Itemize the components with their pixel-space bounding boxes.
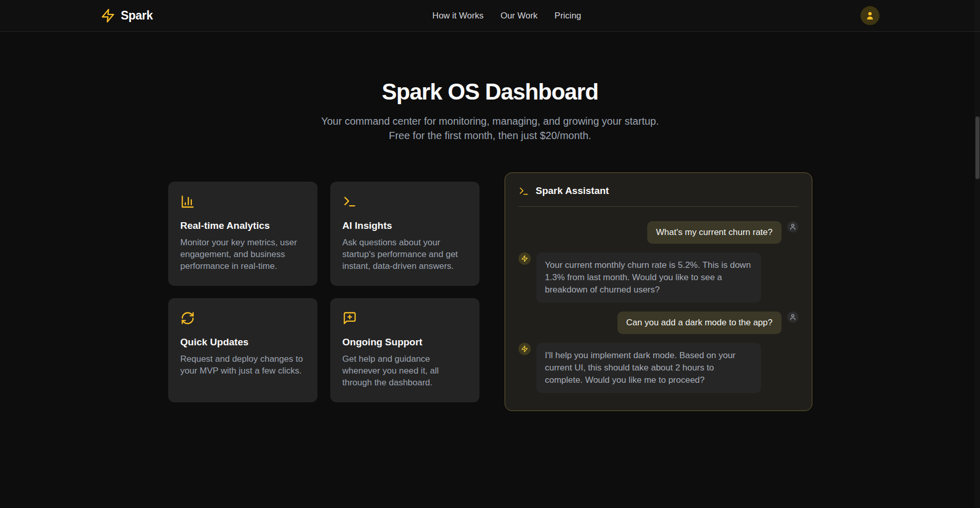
zap-icon — [521, 345, 528, 353]
brand-logo[interactable]: Spark — [101, 8, 153, 23]
chat-message-user: Can you add a dark mode to the app? — [518, 311, 798, 334]
nav-links: How it Works Our Work Pricing — [432, 11, 581, 21]
account-avatar-button[interactable] — [861, 6, 879, 25]
feature-description: Request and deploy changes to your MVP w… — [181, 353, 305, 377]
feature-description: Monitor your key metrics, user engagemen… — [181, 237, 305, 272]
feature-description: Get help and guidance whenever you need … — [343, 353, 467, 388]
nav-link-how-it-works[interactable]: How it Works — [432, 11, 484, 21]
user-icon — [789, 223, 796, 230]
feature-card-realtime-analytics: Real-time Analytics Monitor your key met… — [168, 182, 317, 286]
zap-icon — [101, 8, 115, 23]
nav-container: Spark How it Works Our Work Pricing — [90, 0, 890, 31]
assistant-title: Spark Assistant — [536, 185, 609, 197]
assistant-avatar — [518, 343, 531, 355]
refresh-icon — [181, 311, 305, 325]
message-square-plus-icon — [343, 311, 467, 325]
chat-message-user: What's my current churn rate? — [518, 221, 798, 244]
chat-message-assistant: Your current monthly churn rate is 5.2%.… — [518, 252, 798, 303]
bar-chart-icon — [181, 194, 305, 209]
feature-title: AI Insights — [343, 220, 467, 231]
assistant-message-bubble: I'll help you implement dark mode. Based… — [536, 343, 761, 393]
terminal-icon — [518, 186, 529, 197]
nav-link-pricing[interactable]: Pricing — [554, 11, 581, 21]
feature-card-ongoing-support: Ongoing Support Get help and guidance wh… — [330, 298, 479, 402]
feature-card-quick-updates: Quick Updates Request and deploy changes… — [168, 298, 317, 402]
hero-section: Spark OS Dashboard Your command center f… — [0, 32, 980, 143]
page-scrollbar-track — [975, 0, 980, 508]
assistant-avatar — [518, 252, 531, 265]
top-nav: Spark How it Works Our Work Pricing — [0, 0, 980, 32]
terminal-icon — [343, 194, 467, 209]
page-subtitle: Your command center for monitoring, mana… — [316, 114, 665, 143]
content-row: Real-time Analytics Monitor your key met… — [0, 172, 980, 411]
user-message-bubble: Can you add a dark mode to the app? — [617, 311, 781, 334]
feature-title: Real-time Analytics — [181, 220, 305, 231]
feature-title: Quick Updates — [181, 337, 305, 348]
page-title: Spark OS Dashboard — [0, 79, 980, 105]
spark-assistant-panel: Spark Assistant What's my current churn … — [505, 172, 812, 411]
chat-message-assistant: I'll help you implement dark mode. Based… — [518, 343, 798, 393]
nav-link-our-work[interactable]: Our Work — [501, 11, 537, 21]
user-icon — [865, 11, 875, 21]
feature-description: Ask questions about your startup's perfo… — [343, 237, 467, 272]
user-avatar — [787, 221, 798, 232]
user-message-bubble: What's my current churn rate? — [647, 221, 781, 244]
user-avatar — [787, 311, 798, 323]
feature-title: Ongoing Support — [343, 337, 467, 348]
message-list: What's my current churn rate? Your curre… — [518, 221, 798, 393]
zap-icon — [521, 255, 528, 262]
assistant-header-divider — [518, 206, 798, 207]
assistant-message-bubble: Your current monthly churn rate is 5.2%.… — [536, 252, 761, 303]
features-grid: Real-time Analytics Monitor your key met… — [168, 182, 479, 402]
brand-name: Spark — [121, 9, 153, 23]
user-icon — [789, 314, 796, 321]
feature-card-ai-insights: AI Insights Ask questions about your sta… — [330, 182, 479, 286]
assistant-header: Spark Assistant — [518, 185, 798, 197]
page-scrollbar-thumb[interactable] — [975, 116, 979, 179]
